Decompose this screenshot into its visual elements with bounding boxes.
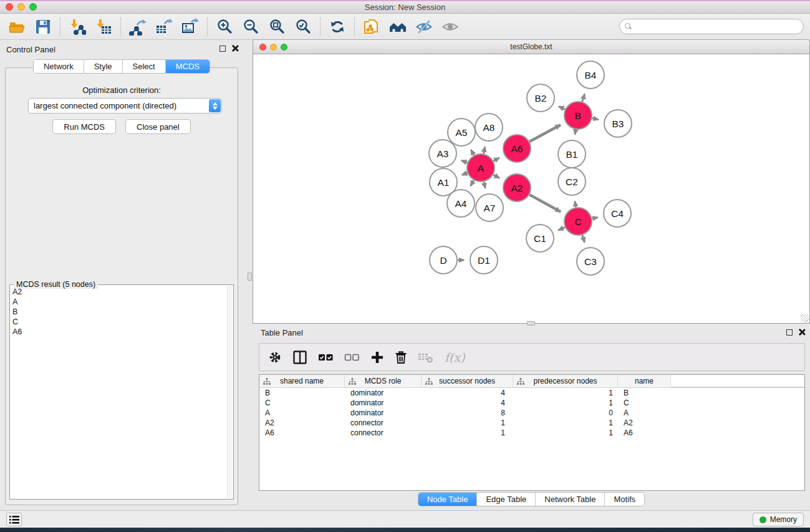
function-builder-icon[interactable]: f(x) — [445, 351, 465, 364]
export-image-icon[interactable] — [181, 17, 200, 36]
table-cell[interactable]: 1 — [513, 428, 618, 437]
table-cell[interactable]: C — [259, 399, 345, 407]
graph-edge-A-A6[interactable] — [493, 158, 499, 161]
graph-edge-A-A1[interactable] — [462, 173, 468, 175]
table-cell[interactable]: A — [259, 409, 345, 417]
tab-network-table[interactable]: Network Table — [536, 493, 605, 506]
graph-edge-A-A7[interactable] — [484, 181, 485, 188]
graph-edge-B-B3[interactable] — [592, 118, 599, 120]
graph-edge-B-B4[interactable] — [582, 94, 585, 102]
column-header-predecessor-nodes[interactable]: predecessor nodes — [513, 375, 618, 387]
table-cell[interactable]: C — [618, 399, 671, 407]
close-table-panel-icon[interactable] — [798, 329, 805, 336]
tab-network[interactable]: Network — [34, 60, 84, 73]
table-cell[interactable]: dominator — [345, 389, 422, 397]
criterion-dropdown[interactable]: largest connected component (directed) — [28, 98, 222, 114]
tab-edge-table[interactable]: Edge Table — [477, 493, 536, 506]
column-header-name[interactable]: name — [618, 375, 671, 387]
table-cell[interactable]: 0 — [513, 409, 618, 417]
export-table-icon[interactable] — [155, 17, 173, 36]
delete-icon[interactable] — [395, 350, 407, 364]
hide-selected-icon[interactable] — [415, 17, 433, 36]
float-panel-icon[interactable] — [219, 46, 226, 52]
graph-edge-C-C3[interactable] — [582, 235, 585, 243]
graph-edge-C-C2[interactable] — [575, 201, 576, 208]
clone-network-icon[interactable] — [362, 17, 381, 36]
result-item[interactable]: A2 — [12, 287, 226, 297]
horizontal-splitter-handle[interactable] — [527, 321, 535, 326]
graph-edge-A6-B[interactable] — [529, 125, 561, 142]
minimize-window-button[interactable] — [17, 3, 25, 11]
table-cell[interactable]: dominator — [345, 409, 422, 417]
table-cell[interactable]: 4 — [422, 399, 513, 407]
export-network-icon[interactable] — [128, 17, 147, 36]
graph-edge-A2-C[interactable] — [529, 195, 561, 211]
graph-edge-C-C1[interactable] — [558, 227, 565, 230]
delete-table-icon[interactable] — [418, 351, 434, 364]
table-cell[interactable]: 1 — [513, 399, 618, 407]
close-panel-icon[interactable] — [231, 45, 238, 52]
table-cell[interactable]: connector — [345, 418, 422, 427]
table-cell[interactable]: 1 — [513, 389, 618, 397]
graph-edge-A-A8[interactable] — [484, 147, 485, 153]
graph-edge-B-B1[interactable] — [575, 130, 576, 135]
table-row[interactable]: A6connector11A6 — [259, 428, 804, 438]
zoom-out-icon[interactable] — [241, 17, 260, 36]
table-cell[interactable]: A — [618, 409, 671, 417]
add-icon[interactable] — [370, 351, 384, 364]
search-input[interactable] — [635, 22, 798, 31]
table-row[interactable]: Adominator80A — [259, 408, 804, 418]
tab-select[interactable]: Select — [123, 60, 166, 73]
tab-style[interactable]: Style — [84, 60, 123, 73]
table-cell[interactable]: A6 — [259, 428, 345, 437]
first-neighbors-icon[interactable] — [388, 17, 407, 36]
save-session-icon[interactable] — [34, 17, 52, 36]
network-zoom-button[interactable] — [281, 44, 287, 51]
select-all-icon[interactable] — [318, 352, 334, 362]
network-window-titlebar[interactable]: testGlobe.txt — [253, 39, 810, 54]
tab-motifs[interactable]: Motifs — [605, 493, 644, 506]
zoom-fit-icon[interactable] — [268, 17, 286, 36]
show-all-icon[interactable] — [441, 17, 460, 36]
result-item[interactable]: B — [12, 307, 226, 317]
tab-node-table[interactable]: Node Table — [418, 493, 478, 506]
table-cell[interactable]: 1 — [422, 428, 513, 437]
run-mcds-button[interactable]: Run MCDS — [52, 119, 116, 134]
import-network-icon[interactable] — [68, 17, 87, 36]
graph-edge-C-C4[interactable] — [592, 217, 598, 218]
table-cell[interactable]: 8 — [422, 409, 513, 417]
vertical-splitter-handle[interactable] — [248, 273, 252, 281]
zoom-window-button[interactable] — [29, 3, 37, 11]
result-item[interactable]: C — [12, 317, 226, 327]
table-cell[interactable]: B — [618, 389, 671, 397]
task-history-button[interactable] — [6, 513, 22, 526]
graph-edge-A-A2[interactable] — [493, 175, 499, 178]
import-table-icon[interactable] — [94, 17, 113, 36]
result-item[interactable]: A — [12, 297, 226, 307]
graph-edge-A-A4[interactable] — [471, 180, 474, 186]
table-cell[interactable]: A2 — [618, 418, 671, 427]
tab-mcds[interactable]: MCDS — [166, 60, 210, 73]
close-panel-button[interactable]: Close panel — [125, 119, 191, 134]
table-cell[interactable]: 1 — [513, 418, 618, 427]
float-table-panel-icon[interactable] — [786, 329, 793, 336]
refresh-layout-icon[interactable] — [328, 17, 347, 36]
show-columns-icon[interactable] — [292, 350, 307, 365]
node-table[interactable]: shared nameMCDS rolesuccessor nodesprede… — [259, 374, 805, 491]
table-cell[interactable]: connector — [345, 428, 422, 437]
table-row[interactable]: Bdominator41B — [259, 388, 804, 398]
network-minimize-button[interactable] — [270, 44, 277, 51]
network-close-button[interactable] — [259, 44, 266, 51]
search-field[interactable] — [619, 19, 804, 34]
table-cell[interactable]: A6 — [618, 428, 671, 437]
network-graph[interactable]: B4B2BB3A8A5A6A3B1AA1C2A2A4A7CC1C4C3DD1 — [253, 54, 809, 322]
table-cell[interactable]: B — [259, 389, 345, 397]
close-window-button[interactable] — [6, 3, 13, 11]
network-canvas[interactable]: B4B2BB3A8A5A6A3B1AA1C2A2A4A7CC1C4C3DD1 — [253, 54, 810, 324]
memory-button[interactable]: Memory — [753, 513, 804, 526]
column-header-MCDS-role[interactable]: MCDS role — [345, 375, 422, 387]
table-cell[interactable]: 1 — [422, 418, 513, 427]
result-item[interactable]: A6 — [12, 327, 226, 337]
table-row[interactable]: A2connector11A2 — [259, 418, 804, 428]
window-resize-grip[interactable] — [801, 314, 809, 322]
